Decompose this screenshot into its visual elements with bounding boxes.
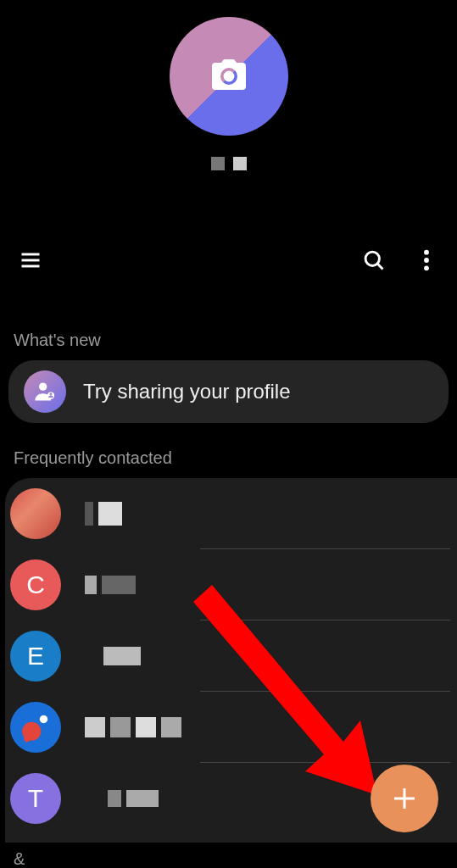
svg-point-8: [39, 383, 47, 391]
contact-name-redacted: [85, 576, 136, 594]
plus-icon: [389, 783, 420, 814]
whats-new-header: What's new: [0, 320, 457, 360]
contact-avatar: [10, 702, 61, 753]
profile-share-icon: [24, 370, 66, 413]
menu-button[interactable]: [17, 247, 44, 274]
contact-name-redacted: [85, 502, 122, 526]
svg-point-11: [40, 715, 48, 724]
name-placeholder: [211, 157, 247, 170]
contact-avatar: C: [10, 559, 61, 610]
more-button[interactable]: [413, 247, 440, 274]
contact-name-redacted: [85, 717, 181, 737]
svg-point-5: [424, 250, 429, 255]
svg-line-4: [377, 264, 382, 269]
search-button[interactable]: [360, 247, 387, 274]
contact-name-redacted: [108, 790, 159, 807]
contact-row[interactable]: E: [5, 620, 457, 692]
toolbar: [0, 247, 457, 274]
contact-name-redacted: [103, 647, 141, 665]
whats-new-text: Try sharing your profile: [83, 380, 291, 403]
svg-point-7: [424, 265, 429, 270]
contact-row[interactable]: [5, 478, 457, 549]
contact-avatar: [10, 488, 61, 539]
svg-point-10: [50, 393, 53, 396]
svg-point-6: [424, 258, 429, 263]
contact-row[interactable]: [5, 692, 457, 763]
frequently-contacted-header: Frequently contacted: [0, 438, 457, 478]
camera-icon: [209, 56, 249, 97]
add-contact-fab[interactable]: [371, 765, 438, 832]
contact-avatar: E: [10, 631, 61, 682]
svg-point-3: [365, 252, 379, 265]
profile-avatar[interactable]: [170, 17, 288, 136]
whats-new-card[interactable]: Try sharing your profile: [8, 360, 449, 423]
paddle-icon: [20, 711, 52, 743]
index-letter: &: [0, 843, 457, 868]
contact-avatar: T: [10, 773, 61, 824]
contact-row[interactable]: C: [5, 549, 457, 620]
